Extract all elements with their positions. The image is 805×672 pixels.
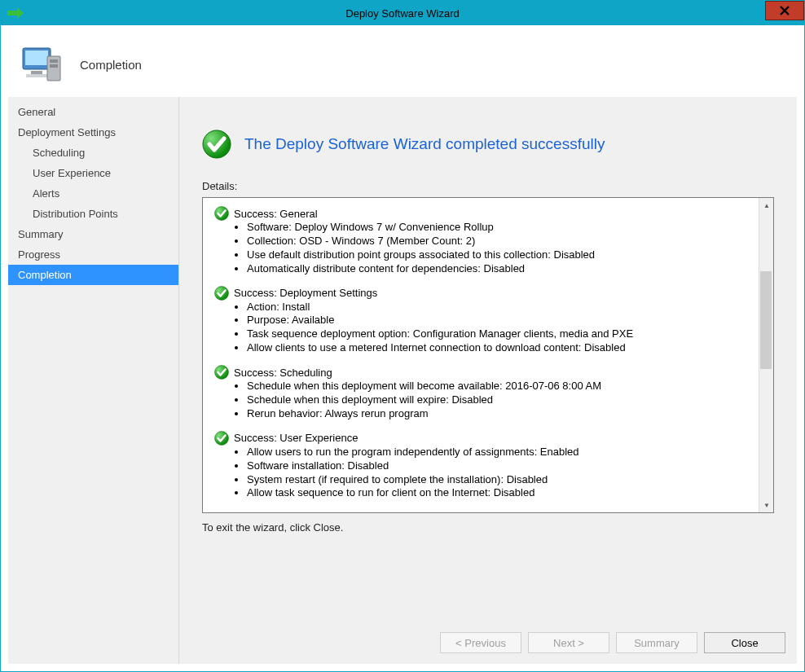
details-box: Success: GeneralSoftware: Deploy Windows… [202,197,774,513]
section-title: Success: Scheduling [234,367,332,379]
success-check-icon [214,206,229,221]
section-bullet: Action: Install [247,301,762,314]
scroll-up-button[interactable]: ▲ [759,198,774,213]
sidebar-item-distribution-points[interactable]: Distribution Points [8,204,178,224]
exit-instruction: To exit the wizard, click Close. [202,521,774,534]
section-bullet: Allow task sequence to run for client on… [247,486,762,500]
section-bullets: Software: Deploy Windows 7 w/ Convenienc… [214,221,762,276]
details-label: Details: [202,180,774,192]
window-content: Completion GeneralDeployment SettingsSch… [2,25,803,670]
back-nav-icon[interactable] [6,3,25,23]
sidebar-item-general[interactable]: General [8,102,178,122]
details-content: Success: GeneralSoftware: Deploy Windows… [203,198,773,513]
scrollbar-thumb[interactable] [760,271,772,369]
section-bullet: Schedule when this deployment will expir… [247,393,762,407]
close-window-button[interactable] [765,1,804,20]
window-title: Deploy Software Wizard [345,7,459,20]
section-bullets: Schedule when this deployment will becom… [214,380,762,421]
summary-button[interactable]: Summary [616,632,697,653]
svg-rect-1 [25,51,48,65]
details-section: Success: User ExperienceAllow users to r… [214,431,762,501]
sidebar-item-scheduling[interactable]: Scheduling [8,143,178,163]
previous-button[interactable]: < Previous [440,632,521,653]
section-title: Success: User Experience [234,432,358,444]
sidebar-item-deployment-settings[interactable]: Deployment Settings [8,122,178,143]
close-button[interactable]: Close [704,632,785,653]
titlebar: Deploy Software Wizard [1,1,804,25]
computer-icon [21,42,67,87]
section-title: Success: Deployment Settings [234,287,377,299]
section-title: Success: General [234,208,318,220]
svg-rect-3 [26,74,47,77]
section-bullet: Collection: OSD - Windows 7 (Member Coun… [247,235,762,248]
section-bullets: Action: InstallPurpose: AvailableTask se… [214,301,762,356]
scrollbar[interactable]: ▲ ▼ [759,198,773,512]
section-bullet: Software installation: Disabled [247,459,762,473]
details-section: Success: SchedulingSchedule when this de… [214,365,762,421]
wizard-main-panel: The Deploy Software Wizard completed suc… [179,97,797,664]
svg-rect-2 [31,71,42,74]
wizard-footer: < Previous Next > Summary Close [179,621,797,664]
wizard-header: Completion [8,32,797,97]
success-check-icon [202,130,231,159]
section-bullet: Rerun behavior: Always rerun program [247,407,762,421]
section-bullet: Allow users to run the program independe… [247,446,762,459]
wizard-steps-sidebar: GeneralDeployment SettingsSchedulingUser… [8,97,179,664]
next-button[interactable]: Next > [528,632,609,653]
section-bullet: Automatically distribute content for dep… [247,262,762,276]
success-check-icon [214,431,229,446]
sidebar-item-alerts[interactable]: Alerts [8,183,178,204]
sidebar-item-progress[interactable]: Progress [8,244,178,265]
section-bullet: Use default distribution point groups as… [247,248,762,262]
success-check-icon [214,365,229,380]
success-check-icon [214,286,229,301]
section-bullet: Purpose: Available [247,314,762,327]
page-title: Completion [80,58,142,72]
section-bullet: Allow clients to use a metered Internet … [247,341,762,355]
section-bullet: Software: Deploy Windows 7 w/ Convenienc… [247,221,762,235]
details-section: Success: GeneralSoftware: Deploy Windows… [214,206,762,276]
section-bullet: Schedule when this deployment will becom… [247,380,762,393]
section-bullets: Allow users to run the program independe… [214,446,762,501]
section-bullet: Task sequence deployment option: Configu… [247,327,762,341]
wizard-window: Deploy Software Wizard Co [0,0,805,672]
svg-rect-6 [50,64,58,68]
sidebar-item-completion[interactable]: Completion [8,265,178,285]
sidebar-item-summary[interactable]: Summary [8,224,178,244]
sidebar-item-user-experience[interactable]: User Experience [8,163,178,183]
completion-message: The Deploy Software Wizard completed suc… [244,135,605,153]
completion-banner: The Deploy Software Wizard completed suc… [202,130,774,159]
details-section: Success: Deployment SettingsAction: Inst… [214,286,762,356]
scroll-down-button[interactable]: ▼ [759,498,774,512]
section-bullet: System restart (if required to complete … [247,473,762,487]
svg-rect-5 [50,59,58,63]
